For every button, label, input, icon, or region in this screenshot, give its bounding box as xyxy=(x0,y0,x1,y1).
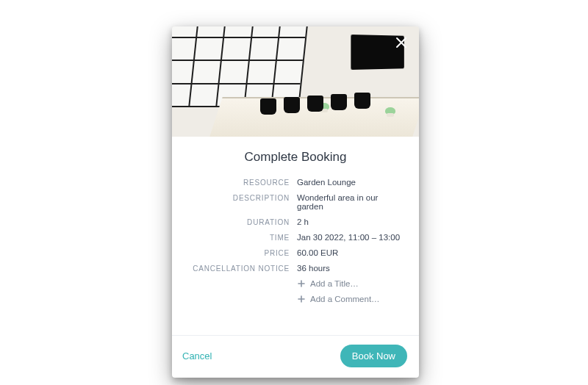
add-comment-link[interactable]: Add a Comment… xyxy=(297,295,404,303)
details-grid: RESOURCE Garden Lounge DESCRIPTION Wonde… xyxy=(187,178,404,303)
value-duration: 2 h xyxy=(297,217,404,226)
book-now-button[interactable]: Book Now xyxy=(340,345,407,367)
modal-footer: Cancel Book Now xyxy=(172,335,419,378)
label-description: DESCRIPTION xyxy=(187,193,290,211)
modal-title: Complete Booking xyxy=(187,150,404,165)
plus-icon xyxy=(297,279,306,288)
label-time: TIME xyxy=(187,233,290,242)
value-description: Wonderful area in our garden xyxy=(297,193,404,211)
add-title-label: Add a Title… xyxy=(310,279,359,288)
label-price: PRICE xyxy=(187,248,290,257)
add-comment-label: Add a Comment… xyxy=(310,295,380,303)
add-title-link[interactable]: Add a Title… xyxy=(297,279,404,288)
plus-icon xyxy=(297,295,306,303)
value-resource: Garden Lounge xyxy=(297,178,404,187)
value-time: Jan 30 2022, 11:00 – 13:00 xyxy=(297,233,404,242)
label-duration: DURATION xyxy=(187,217,290,226)
booking-modal: Complete Booking RESOURCE Garden Lounge … xyxy=(172,26,419,378)
hero-image xyxy=(172,26,419,137)
label-cancellation-notice: CANCELLATION NOTICE xyxy=(187,264,290,273)
value-cancellation-notice: 36 hours xyxy=(297,264,404,273)
value-price: 60.00 EUR xyxy=(297,248,404,257)
label-resource: RESOURCE xyxy=(187,178,290,187)
close-icon[interactable] xyxy=(392,34,410,51)
cancel-button[interactable]: Cancel xyxy=(182,350,212,361)
